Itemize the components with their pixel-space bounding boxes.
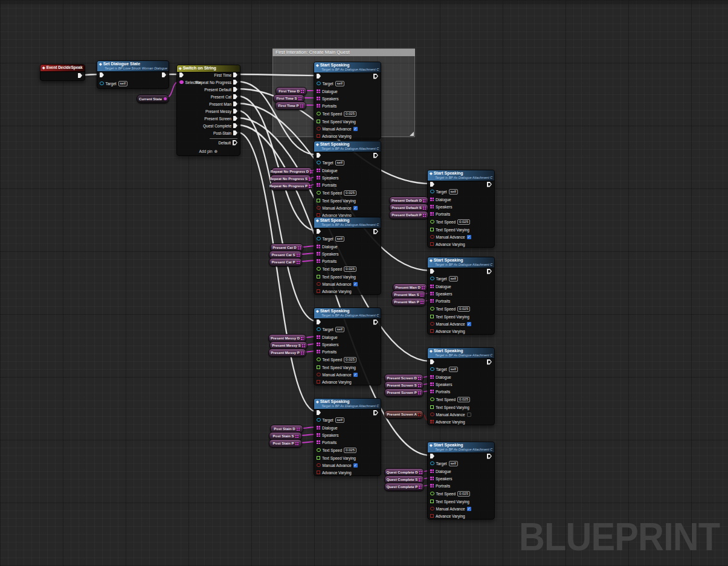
case-exec-out-pin[interactable] [233, 123, 237, 128]
target-value[interactable]: self [449, 461, 458, 466]
text-speed-varying-pin[interactable] [317, 275, 320, 278]
target-value[interactable]: self [449, 367, 458, 372]
text-speed-pin[interactable] [317, 267, 321, 271]
case-exec-out-pin[interactable] [233, 80, 237, 85]
switch-on-string-node[interactable]: ◈ Switch on String SelectionFirst TimeRe… [176, 65, 240, 156]
speakers-pin[interactable] [317, 433, 320, 437]
string-array-pin[interactable] [295, 435, 298, 438]
exec-in-pin[interactable] [179, 72, 184, 77]
text-speed-pin[interactable] [317, 358, 321, 362]
variable-pill[interactable]: First Time P [275, 101, 306, 110]
case-exec-out-pin[interactable] [233, 72, 237, 77]
exec-in-pin[interactable] [317, 410, 321, 415]
speakers-pin[interactable] [430, 205, 434, 208]
advance-varying-pin[interactable] [317, 134, 320, 138]
selection-pin[interactable] [179, 80, 184, 85]
speakers-pin[interactable] [317, 176, 320, 179]
text-speed-value[interactable]: 0.025 [457, 306, 470, 312]
exec-out-pin[interactable] [373, 74, 378, 79]
comment-header[interactable]: First Interation: Create Main Quest [272, 49, 415, 56]
string-array-pin[interactable] [423, 207, 426, 210]
exec-in-pin[interactable] [100, 72, 104, 77]
string-array-pin[interactable] [297, 261, 300, 264]
string-array-pin[interactable] [309, 185, 312, 188]
manual-advance-checkbox[interactable]: ✓ [353, 206, 358, 210]
target-pin[interactable] [317, 237, 321, 241]
manual-advance-pin[interactable] [430, 413, 434, 417]
dialogue-pin[interactable] [430, 375, 434, 379]
portraits-pin[interactable] [317, 440, 320, 444]
variable-pill[interactable]: Present Screen P [384, 388, 424, 397]
text-speed-pin[interactable] [430, 220, 434, 224]
target-pin[interactable] [317, 161, 321, 165]
start-speaking-node[interactable]: ◈Start SpeakingTarget is BP As Dialogue … [314, 307, 381, 385]
string-array-pin[interactable] [422, 286, 425, 289]
advance-varying-pin[interactable] [317, 380, 320, 384]
advance-varying-pin[interactable] [430, 329, 434, 333]
exec-in-pin[interactable] [430, 359, 434, 364]
target-pin[interactable] [430, 367, 434, 371]
manual-advance-pin[interactable] [430, 235, 434, 239]
string-array-pin[interactable] [298, 246, 301, 249]
variable-pill[interactable]: Quest Complete P [384, 483, 424, 491]
target-pin[interactable] [100, 82, 104, 86]
exec-out-pin[interactable] [373, 410, 378, 416]
portraits-pin[interactable] [317, 259, 320, 263]
manual-advance-checkbox[interactable]: ✓ [353, 373, 358, 377]
text-speed-value[interactable]: 0.025 [344, 111, 356, 117]
set-dialogue-state-node[interactable]: ◈ Set Dialogue State Target is BP Love S… [97, 60, 169, 89]
manual-advance-pin[interactable] [317, 127, 321, 131]
dialogue-pin[interactable] [317, 426, 320, 429]
string-array-pin[interactable] [298, 97, 301, 100]
manual-advance-checkbox[interactable]: ✓ [353, 463, 358, 468]
dialogue-pin[interactable] [317, 89, 320, 93]
portraits-pin[interactable] [317, 183, 320, 187]
target-value[interactable]: self [118, 81, 127, 86]
exec-in-pin[interactable] [430, 182, 434, 187]
string-array-pin[interactable] [295, 442, 298, 445]
text-speed-varying-pin[interactable] [430, 228, 434, 231]
case-exec-out-pin[interactable] [233, 94, 237, 99]
graph-canvas[interactable]: First Interation: Create Main Quest ◈ Ev… [0, 0, 728, 566]
start-speaking-node[interactable]: ◈Start SpeakingTarget is BP As Dialogue … [427, 170, 495, 248]
exec-in-pin[interactable] [317, 229, 321, 234]
string-array-pin[interactable] [302, 344, 305, 347]
speakers-pin[interactable] [317, 342, 320, 346]
string-array-pin[interactable] [418, 384, 421, 387]
string-array-pin[interactable] [420, 301, 424, 304]
text-speed-varying-pin[interactable] [430, 315, 434, 318]
text-speed-varying-pin[interactable] [317, 456, 320, 460]
exec-in-pin[interactable] [430, 269, 434, 274]
manual-advance-checkbox[interactable]: ✓ [467, 322, 471, 326]
start-speaking-node[interactable]: ◈Start SpeakingTarget is BP As Dialogue … [314, 217, 381, 295]
speakers-pin[interactable] [317, 252, 320, 256]
exec-in-pin[interactable] [317, 320, 321, 324]
start-speaking-node[interactable]: ◈Start SpeakingTarget is BP As Dialogue … [427, 442, 495, 519]
string-array-pin[interactable] [310, 170, 313, 173]
speakers-pin[interactable] [317, 97, 320, 100]
exec-in-pin[interactable] [317, 74, 321, 79]
exec-out-pin[interactable] [78, 73, 82, 78]
text-speed-pin[interactable] [317, 112, 321, 116]
portraits-pin[interactable] [317, 104, 320, 108]
portraits-pin[interactable] [430, 212, 434, 216]
advance-varying-pin[interactable] [430, 420, 434, 423]
string-array-pin[interactable] [418, 377, 421, 380]
target-value[interactable]: self [335, 160, 344, 166]
string-array-pin[interactable] [301, 90, 304, 93]
manual-advance-checkbox[interactable]: ✓ [467, 235, 471, 239]
dialogue-pin[interactable] [430, 469, 434, 473]
comment-resize-handle[interactable] [410, 132, 414, 136]
exec-out-pin[interactable] [373, 153, 378, 158]
string-array-pin[interactable] [423, 214, 426, 217]
variable-pill[interactable]: Present Screen A [384, 410, 424, 419]
manual-advance-pin[interactable] [317, 463, 321, 468]
bool-array-pin[interactable] [418, 413, 421, 416]
text-speed-varying-pin[interactable] [317, 199, 320, 202]
default-exec-out-pin[interactable] [233, 140, 237, 146]
start-speaking-node[interactable]: ◈Start SpeakingTarget is BP As Dialogue … [314, 398, 381, 476]
manual-advance-checkbox[interactable] [467, 413, 471, 417]
text-speed-value[interactable]: 0.025 [344, 266, 356, 272]
exec-out-pin[interactable] [373, 320, 378, 325]
target-value[interactable]: self [449, 189, 458, 195]
